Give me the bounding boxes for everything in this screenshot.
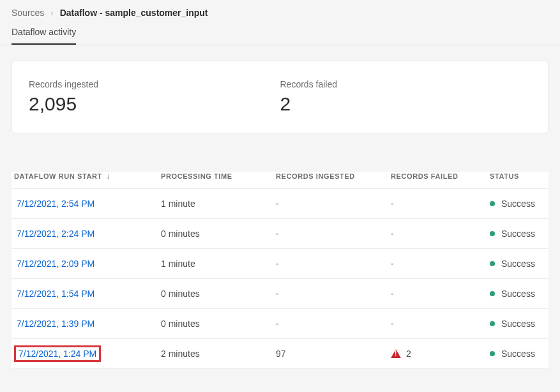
records-failed-cell: - [391,319,490,329]
tabs: Dataflow activity [11,27,549,45]
status-label: Success [501,349,535,359]
arrow-down-icon: ↓ [106,172,110,181]
status-dot-icon [490,321,495,326]
records-failed-cell: 2 [391,349,490,359]
breadcrumb: Sources › Dataflow - sample_customer_inp… [11,8,549,18]
status-dot-icon [490,351,495,356]
th-run-start-label: DATAFLOW RUN START [14,172,102,180]
status-dot-icon [490,261,495,266]
tab-dataflow-activity[interactable]: Dataflow activity [11,27,76,45]
status-dot-icon [490,201,495,206]
status-label: Success [501,319,535,329]
stat-records-failed: Records failed 2 [280,79,532,115]
run-start-link[interactable]: 7/12/2021, 2:24 PM [14,227,97,240]
table-row: 7/12/2021, 2:24 PM0 minutes--Success [11,219,549,249]
processing-time-cell: 1 minute [161,259,276,269]
processing-time-cell: 1 minute [161,199,276,209]
stat-ingested-label: Records ingested [29,79,280,89]
run-start-link[interactable]: 7/12/2021, 1:54 PM [14,287,97,300]
status-cell: Success [490,289,546,299]
run-start-link[interactable]: 7/12/2021, 1:39 PM [14,317,97,330]
th-processing-time[interactable]: PROCESSING TIME [161,172,276,180]
records-ingested-cell: - [276,319,391,329]
status-label: Success [501,199,535,209]
records-ingested-cell: 97 [276,349,391,359]
status-dot-icon [490,231,495,236]
th-records-ingested[interactable]: RECORDS INGESTED [276,172,391,180]
stats-card: Records ingested 2,095 Records failed 2 [11,61,549,133]
stat-failed-label: Records failed [280,79,532,89]
table-row: 7/12/2021, 2:54 PM1 minute--Success [11,189,549,219]
records-failed-count: 2 [406,349,411,359]
records-failed-cell: - [391,199,490,209]
status-label: Success [501,229,535,239]
table-header-row: DATAFLOW RUN START ↓ PROCESSING TIME REC… [11,172,549,189]
table-row: 7/12/2021, 1:24 PM2 minutes972Success [11,339,549,369]
th-records-failed[interactable]: RECORDS FAILED [391,172,490,180]
status-cell: Success [490,199,546,209]
records-failed-cell: - [391,229,490,239]
status-cell: Success [490,319,546,329]
stat-records-ingested: Records ingested 2,095 [29,79,280,115]
stat-ingested-value: 2,095 [29,93,280,115]
records-ingested-cell: - [276,259,391,269]
chevron-right-icon: › [50,8,53,18]
table-row: 7/12/2021, 1:39 PM0 minutes--Success [11,309,549,339]
processing-time-cell: 0 minutes [161,289,276,299]
run-start-link[interactable]: 7/12/2021, 1:24 PM [14,345,101,362]
records-failed-cell: - [391,289,490,299]
status-label: Success [501,289,535,299]
warning-icon [391,349,401,358]
table-row: 7/12/2021, 2:09 PM1 minute--Success [11,249,549,279]
processing-time-cell: 2 minutes [161,349,276,359]
th-run-start[interactable]: DATAFLOW RUN START ↓ [14,172,161,181]
status-label: Success [501,259,535,269]
run-start-link[interactable]: 7/12/2021, 2:54 PM [14,197,97,210]
records-ingested-cell: - [276,199,391,209]
breadcrumb-sources-link[interactable]: Sources [11,8,44,18]
stat-failed-value: 2 [280,93,532,115]
records-failed-cell: - [391,259,490,269]
table-row: 7/12/2021, 1:54 PM0 minutes--Success [11,279,549,309]
records-ingested-cell: - [276,289,391,299]
status-dot-icon [490,291,495,296]
status-cell: Success [490,229,546,239]
status-cell: Success [490,259,546,269]
run-start-link[interactable]: 7/12/2021, 2:09 PM [14,257,97,270]
processing-time-cell: 0 minutes [161,229,276,239]
th-status[interactable]: STATUS [490,172,546,180]
records-ingested-cell: - [276,229,391,239]
runs-table: DATAFLOW RUN START ↓ PROCESSING TIME REC… [11,172,549,369]
status-cell: Success [490,349,546,359]
breadcrumb-current: Dataflow - sample_customer_input [60,8,208,18]
processing-time-cell: 0 minutes [161,319,276,329]
